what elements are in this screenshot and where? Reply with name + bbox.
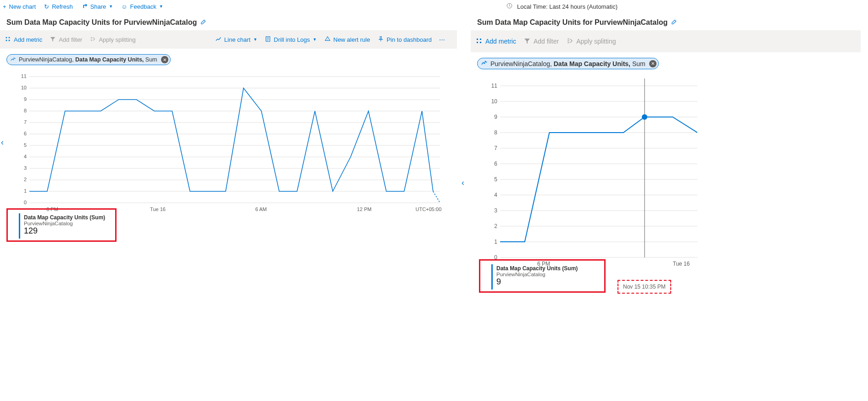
feedback-button[interactable]: ☺ Feedback ▼ — [121, 3, 163, 10]
legend-sub: PurviewNinjaCatalog — [24, 221, 105, 226]
add-filter-button[interactable]: Add filter — [523, 37, 559, 46]
share-button[interactable]: Share ▼ — [81, 3, 113, 11]
refresh-button[interactable]: ↻ Refresh — [44, 3, 73, 10]
apply-splitting-button[interactable]: Apply splitting — [566, 37, 616, 46]
add-filter-label: Add filter — [534, 38, 559, 45]
top-toolbar: + New chart ↻ Refresh Share ▼ ☺ Feedback… — [0, 0, 868, 13]
chart-line-dashed — [433, 191, 440, 203]
collapse-left-icon[interactable]: ‹ — [462, 178, 464, 188]
legend-value: 9 — [496, 277, 578, 287]
tag-resource: PurviewNinjaCatalog — [490, 60, 550, 67]
new-chart-label: New chart — [9, 3, 36, 10]
x-tick: Tue 16 — [673, 261, 690, 267]
collapse-left-icon[interactable]: ‹ — [1, 138, 4, 147]
chevron-down-icon: ▼ — [253, 37, 257, 42]
tag-metric: Data Map Capacity Units — [75, 56, 142, 63]
apply-splitting-label: Apply splitting — [99, 36, 135, 43]
splitting-icon — [566, 37, 573, 46]
splitting-icon — [89, 36, 96, 44]
chart-title: Sum Data Map Capacity Units for PurviewN… — [6, 18, 197, 27]
y-tick: 5 — [24, 142, 27, 148]
edit-title-icon[interactable] — [200, 18, 207, 27]
alert-icon — [324, 36, 331, 44]
legend-title: Data Map Capacity Units (Sum) — [24, 214, 105, 221]
legend-title: Data Map Capacity Units (Sum) — [496, 265, 578, 272]
chevron-down-icon: ▼ — [159, 4, 163, 9]
y-tick: 7 — [24, 119, 27, 125]
y-tick: 10 — [491, 98, 498, 105]
line-chart-icon — [215, 36, 222, 44]
legend-value: 129 — [24, 226, 105, 236]
metric-tag[interactable]: PurviewNinjaCatalog, Data Map Capacity U… — [477, 58, 659, 69]
plus-icon: + — [3, 3, 6, 10]
add-metric-label: Add metric — [485, 38, 516, 45]
y-tick: 2 — [24, 177, 27, 182]
y-tick: 7 — [494, 145, 497, 151]
pin-icon — [378, 36, 384, 44]
more-button[interactable]: ⋯ — [439, 36, 445, 43]
metric-icon — [481, 60, 488, 67]
apply-splitting-button[interactable]: Apply splitting — [89, 36, 135, 44]
y-tick: 11 — [491, 83, 498, 89]
line-chart-label: Line chart — [224, 36, 250, 43]
drill-logs-button[interactable]: Drill into Logs ▼ — [265, 36, 317, 44]
time-range-label: Local Time: Last 24 hours (Automatic) — [517, 3, 618, 10]
chart-legend[interactable]: Data Map Capacity Units (Sum) PurviewNin… — [491, 264, 586, 290]
add-filter-label: Add filter — [59, 36, 82, 43]
y-tick: 1 — [494, 239, 497, 245]
y-tick: 1 — [24, 188, 27, 194]
new-chart-button[interactable]: + New chart — [3, 3, 36, 10]
share-icon — [81, 3, 88, 11]
y-tick: 6 — [494, 161, 497, 167]
feedback-label: Feedback — [130, 3, 156, 10]
chart-legend[interactable]: Data Map Capacity Units (Sum) PurviewNin… — [19, 213, 113, 239]
add-metric-button[interactable]: Add metric — [475, 37, 516, 46]
share-label: Share — [90, 3, 106, 10]
legend-sub: PurviewNinjaCatalog — [496, 272, 578, 277]
hover-date-label: Nov 15 10:35 PM — [623, 284, 666, 290]
add-metric-icon — [475, 37, 483, 46]
x-tick-tz: UTC+05:00 — [416, 206, 442, 212]
legend-highlight-box: Data Map Capacity Units (Sum) PurviewNin… — [479, 259, 606, 293]
filter-icon — [523, 37, 531, 46]
new-alert-button[interactable]: New alert rule — [324, 36, 370, 44]
remove-tag-icon[interactable]: ✕ — [161, 56, 168, 63]
y-tick: 3 — [24, 165, 27, 171]
tag-resource: PurviewNinjaCatalog — [19, 56, 72, 63]
edit-title-icon[interactable] — [671, 18, 678, 27]
tag-agg: Sum — [632, 60, 645, 67]
y-tick: 9 — [494, 114, 497, 120]
remove-tag-icon[interactable]: ✕ — [649, 60, 657, 67]
right-panel: Sum Data Map Capacity Units for PurviewN… — [471, 13, 861, 401]
time-range-picker[interactable]: Local Time: Last 24 hours (Automatic) — [506, 3, 618, 10]
y-tick: 4 — [494, 192, 497, 198]
refresh-icon: ↻ — [44, 3, 49, 10]
filter-icon — [50, 36, 56, 44]
add-metric-label: Add metric — [14, 36, 42, 43]
left-chart[interactable]: 0 1 2 3 4 5 6 7 8 9 10 11 6 PM Tue 16 6 … — [6, 70, 447, 217]
logs-icon — [265, 36, 271, 44]
right-chart[interactable]: 0 1 2 3 4 5 6 7 8 9 10 11 6 PM Tue 16 — [477, 74, 697, 267]
add-metric-button[interactable]: Add metric — [5, 36, 42, 44]
pin-button[interactable]: Pin to dashboard — [378, 36, 432, 44]
svg-point-2 — [327, 39, 328, 40]
chevron-down-icon: ▼ — [109, 4, 113, 9]
tag-agg: Sum — [145, 56, 157, 63]
y-tick: 4 — [24, 154, 27, 159]
chart-title: Sum Data Map Capacity Units for PurviewN… — [477, 18, 668, 27]
legend-highlight-box: Data Map Capacity Units (Sum) PurviewNin… — [6, 208, 117, 242]
y-tick: 2 — [494, 223, 497, 229]
chart-toolbar: Add metric Add filter Apply splitting Li… — [0, 30, 457, 49]
line-chart-button[interactable]: Line chart ▼ — [215, 36, 257, 44]
add-filter-button[interactable]: Add filter — [50, 36, 82, 44]
drill-logs-label: Drill into Logs — [274, 36, 310, 43]
y-tick: 9 — [24, 96, 27, 102]
y-tick: 6 — [24, 131, 27, 136]
apply-splitting-label: Apply splitting — [576, 38, 616, 45]
clock-icon — [506, 3, 512, 10]
chevron-down-icon: ▼ — [313, 37, 317, 42]
x-tick: Tue 16 — [150, 206, 166, 212]
y-tick: 3 — [494, 207, 497, 214]
left-panel: Sum Data Map Capacity Units for PurviewN… — [0, 13, 459, 401]
metric-tag[interactable]: PurviewNinjaCatalog, Data Map Capacity U… — [6, 54, 171, 65]
